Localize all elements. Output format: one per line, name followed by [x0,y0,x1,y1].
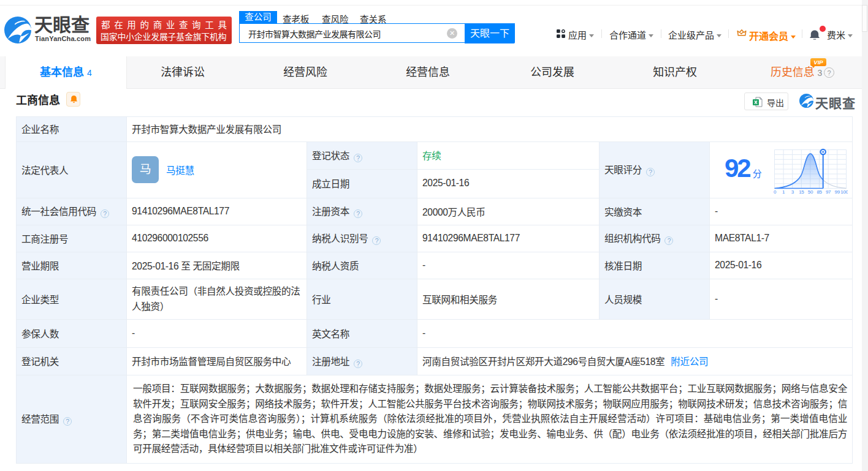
svg-text:50: 50 [808,189,813,194]
svg-text:3: 3 [791,189,794,194]
svg-text:99: 99 [835,189,840,194]
svg-text:15: 15 [799,189,804,194]
svg-text:0: 0 [774,189,777,194]
svg-text:85: 85 [817,189,822,194]
svg-text:100: 100 [840,189,848,194]
svg-text:97: 97 [826,189,831,194]
svg-text:1: 1 [782,189,785,194]
